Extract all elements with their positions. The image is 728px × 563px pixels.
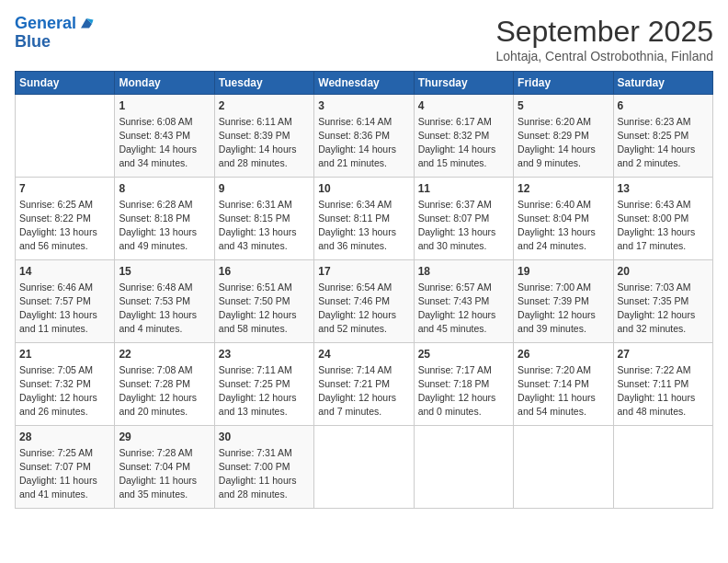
day-info: Sunrise: 6:43 AM Sunset: 8:00 PM Dayligh… — [618, 199, 696, 251]
day-number: 14 — [19, 264, 110, 279]
day-info: Sunrise: 6:23 AM Sunset: 8:25 PM Dayligh… — [618, 116, 696, 168]
day-info: Sunrise: 7:05 AM Sunset: 7:32 PM Dayligh… — [19, 364, 97, 417]
calendar-week-5: 28Sunrise: 7:25 AM Sunset: 7:07 PM Dayli… — [16, 426, 713, 509]
column-header-monday: Monday — [115, 72, 214, 95]
calendar-cell: 12Sunrise: 6:40 AM Sunset: 8:04 PM Dayli… — [514, 178, 613, 260]
day-number: 18 — [418, 264, 509, 279]
calendar-cell: 9Sunrise: 6:31 AM Sunset: 8:15 PM Daylig… — [214, 178, 313, 260]
day-info: Sunrise: 7:17 AM Sunset: 7:18 PM Dayligh… — [418, 364, 496, 417]
day-info: Sunrise: 7:28 AM Sunset: 7:04 PM Dayligh… — [119, 447, 197, 500]
logo-line2: Blue — [15, 33, 95, 52]
calendar-cell: 26Sunrise: 7:20 AM Sunset: 7:14 PM Dayli… — [514, 343, 613, 426]
calendar-cell: 2Sunrise: 6:11 AM Sunset: 8:39 PM Daylig… — [214, 95, 313, 178]
title-block: September 2025 Lohtaja, Central Ostrobot… — [495, 15, 713, 63]
calendar-cell: 10Sunrise: 6:34 AM Sunset: 8:11 PM Dayli… — [314, 178, 414, 260]
calendar-cell: 8Sunrise: 6:28 AM Sunset: 8:18 PM Daylig… — [115, 178, 214, 260]
calendar-header-row: SundayMondayTuesdayWednesdayThursdayFrid… — [16, 72, 713, 95]
calendar-cell: 15Sunrise: 6:48 AM Sunset: 7:53 PM Dayli… — [115, 260, 214, 343]
day-info: Sunrise: 7:00 AM Sunset: 7:39 PM Dayligh… — [518, 282, 596, 334]
day-number: 22 — [119, 347, 210, 362]
day-number: 8 — [119, 181, 210, 196]
day-info: Sunrise: 6:25 AM Sunset: 8:22 PM Dayligh… — [19, 199, 97, 251]
day-info: Sunrise: 6:08 AM Sunset: 8:43 PM Dayligh… — [119, 116, 197, 168]
day-info: Sunrise: 7:31 AM Sunset: 7:00 PM Dayligh… — [219, 447, 297, 500]
calendar-cell: 3Sunrise: 6:14 AM Sunset: 8:36 PM Daylig… — [314, 95, 414, 178]
column-header-sunday: Sunday — [16, 72, 115, 95]
day-number: 6 — [618, 98, 709, 113]
calendar-week-2: 7Sunrise: 6:25 AM Sunset: 8:22 PM Daylig… — [16, 178, 713, 260]
page-header: General Blue September 2025 Lohtaja, Cen… — [15, 15, 713, 63]
day-number: 11 — [418, 181, 509, 196]
calendar-cell: 11Sunrise: 6:37 AM Sunset: 8:07 PM Dayli… — [414, 178, 513, 260]
calendar-cell: 25Sunrise: 7:17 AM Sunset: 7:18 PM Dayli… — [414, 343, 513, 426]
calendar-cell — [414, 426, 513, 509]
calendar-week-1: 1Sunrise: 6:08 AM Sunset: 8:43 PM Daylig… — [16, 95, 713, 178]
day-info: Sunrise: 6:40 AM Sunset: 8:04 PM Dayligh… — [518, 199, 596, 251]
day-number: 4 — [418, 98, 509, 113]
calendar-cell — [16, 95, 115, 178]
day-info: Sunrise: 6:37 AM Sunset: 8:07 PM Dayligh… — [418, 199, 496, 251]
day-info: Sunrise: 6:11 AM Sunset: 8:39 PM Dayligh… — [219, 116, 297, 168]
calendar-cell — [314, 426, 414, 509]
day-info: Sunrise: 6:34 AM Sunset: 8:11 PM Dayligh… — [318, 199, 396, 251]
calendar-cell: 18Sunrise: 6:57 AM Sunset: 7:43 PM Dayli… — [414, 260, 513, 343]
calendar-cell: 19Sunrise: 7:00 AM Sunset: 7:39 PM Dayli… — [514, 260, 613, 343]
day-number: 25 — [418, 347, 509, 362]
day-number: 12 — [518, 181, 609, 196]
day-info: Sunrise: 7:22 AM Sunset: 7:11 PM Dayligh… — [618, 364, 696, 417]
day-number: 10 — [318, 181, 409, 196]
day-info: Sunrise: 6:17 AM Sunset: 8:32 PM Dayligh… — [418, 116, 496, 168]
day-number: 27 — [618, 347, 709, 362]
calendar-cell: 22Sunrise: 7:08 AM Sunset: 7:28 PM Dayli… — [115, 343, 214, 426]
day-number: 13 — [618, 181, 709, 196]
day-number: 16 — [219, 264, 310, 279]
column-header-tuesday: Tuesday — [214, 72, 313, 95]
day-number: 30 — [219, 430, 310, 444]
calendar-cell: 20Sunrise: 7:03 AM Sunset: 7:35 PM Dayli… — [613, 260, 712, 343]
column-header-friday: Friday — [514, 72, 613, 95]
day-info: Sunrise: 7:11 AM Sunset: 7:25 PM Dayligh… — [219, 364, 297, 417]
day-number: 24 — [318, 347, 409, 362]
day-info: Sunrise: 7:03 AM Sunset: 7:35 PM Dayligh… — [618, 282, 696, 334]
day-number: 7 — [19, 181, 110, 196]
calendar-cell: 1Sunrise: 6:08 AM Sunset: 8:43 PM Daylig… — [115, 95, 214, 178]
day-number: 15 — [119, 264, 210, 279]
day-number: 5 — [518, 98, 609, 113]
calendar-cell: 7Sunrise: 6:25 AM Sunset: 8:22 PM Daylig… — [16, 178, 115, 260]
calendar-cell — [514, 426, 613, 509]
calendar-cell: 16Sunrise: 6:51 AM Sunset: 7:50 PM Dayli… — [214, 260, 313, 343]
calendar-cell: 23Sunrise: 7:11 AM Sunset: 7:25 PM Dayli… — [214, 343, 313, 426]
calendar-week-4: 21Sunrise: 7:05 AM Sunset: 7:32 PM Dayli… — [16, 343, 713, 426]
calendar-cell: 5Sunrise: 6:20 AM Sunset: 8:29 PM Daylig… — [514, 95, 613, 178]
day-number: 20 — [618, 264, 709, 279]
day-number: 3 — [318, 98, 409, 113]
column-header-wednesday: Wednesday — [314, 72, 414, 95]
column-header-thursday: Thursday — [414, 72, 513, 95]
day-info: Sunrise: 7:14 AM Sunset: 7:21 PM Dayligh… — [318, 364, 396, 417]
day-info: Sunrise: 7:25 AM Sunset: 7:07 PM Dayligh… — [19, 447, 97, 500]
day-number: 9 — [219, 181, 310, 196]
calendar-cell: 27Sunrise: 7:22 AM Sunset: 7:11 PM Dayli… — [613, 343, 712, 426]
calendar-cell: 28Sunrise: 7:25 AM Sunset: 7:07 PM Dayli… — [16, 426, 115, 509]
calendar-cell — [613, 426, 712, 509]
day-number: 17 — [318, 264, 409, 279]
calendar-cell: 29Sunrise: 7:28 AM Sunset: 7:04 PM Dayli… — [115, 426, 214, 509]
calendar-cell: 24Sunrise: 7:14 AM Sunset: 7:21 PM Dayli… — [314, 343, 414, 426]
day-number: 2 — [219, 98, 310, 113]
day-number: 23 — [219, 347, 310, 362]
day-info: Sunrise: 6:46 AM Sunset: 7:57 PM Dayligh… — [19, 282, 97, 334]
location: Lohtaja, Central Ostrobothnia, Finland — [495, 49, 713, 63]
day-number: 28 — [19, 430, 110, 444]
calendar-cell: 13Sunrise: 6:43 AM Sunset: 8:00 PM Dayli… — [613, 178, 712, 260]
calendar-cell: 6Sunrise: 6:23 AM Sunset: 8:25 PM Daylig… — [613, 95, 712, 178]
calendar-cell: 21Sunrise: 7:05 AM Sunset: 7:32 PM Dayli… — [16, 343, 115, 426]
day-number: 1 — [119, 98, 210, 113]
calendar-cell: 14Sunrise: 6:46 AM Sunset: 7:57 PM Dayli… — [16, 260, 115, 343]
calendar-cell: 4Sunrise: 6:17 AM Sunset: 8:32 PM Daylig… — [414, 95, 513, 178]
calendar-table: SundayMondayTuesdayWednesdayThursdayFrid… — [15, 71, 713, 509]
day-number: 26 — [518, 347, 609, 362]
calendar-cell: 17Sunrise: 6:54 AM Sunset: 7:46 PM Dayli… — [314, 260, 414, 343]
day-info: Sunrise: 6:20 AM Sunset: 8:29 PM Dayligh… — [518, 116, 596, 168]
day-info: Sunrise: 6:28 AM Sunset: 8:18 PM Dayligh… — [119, 199, 197, 251]
day-info: Sunrise: 6:51 AM Sunset: 7:50 PM Dayligh… — [219, 282, 297, 334]
